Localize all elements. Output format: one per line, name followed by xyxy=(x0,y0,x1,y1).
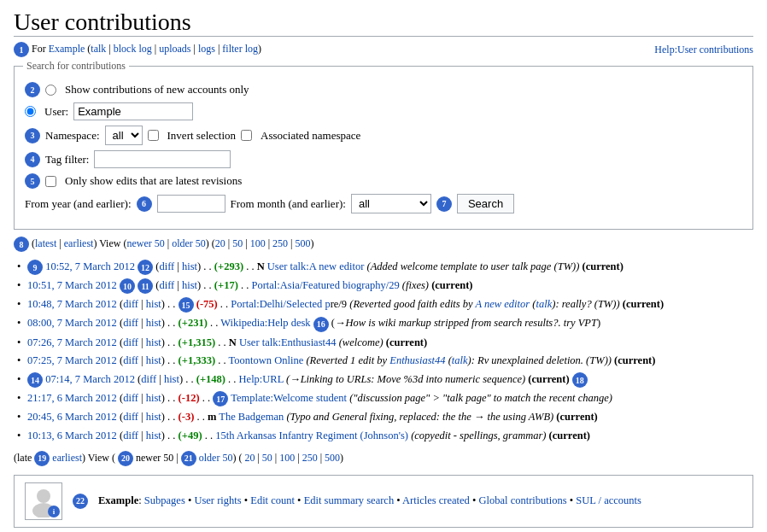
radio-new-accounts[interactable] xyxy=(45,85,56,96)
diff-link[interactable]: diff xyxy=(123,411,138,423)
list-item: 10:13, 6 March 2012 (diff | hist) . . (+… xyxy=(14,428,753,444)
global-contributions-link[interactable]: Global contributions xyxy=(479,494,567,506)
latest-link-top[interactable]: latest xyxy=(35,237,56,249)
article-link[interactable]: Template:Welcome student xyxy=(231,392,347,404)
earliest-link-bottom[interactable]: earliest xyxy=(52,452,82,464)
hist-link[interactable]: hist xyxy=(146,354,161,366)
user-rights-link[interactable]: User rights xyxy=(194,494,241,506)
hist-link[interactable]: hist xyxy=(146,317,161,329)
500-bottom[interactable]: 500 xyxy=(325,452,340,464)
only-latest-checkbox[interactable] xyxy=(45,176,56,187)
contrib-time[interactable]: 10:51, 7 March 2012 xyxy=(27,279,117,291)
article-link[interactable]: Portal:Delhi/Selected p xyxy=(231,298,330,310)
tag-input[interactable] xyxy=(94,150,231,168)
20-top[interactable]: 20 xyxy=(215,237,225,249)
hist-link[interactable]: hist xyxy=(182,260,197,272)
hist-link[interactable]: hist xyxy=(146,336,161,348)
article-link[interactable]: 15th Arkansas Infantry Regiment (Johnson… xyxy=(215,430,408,441)
assoc-checkbox[interactable] xyxy=(241,130,252,141)
articles-created-link[interactable]: Articles created xyxy=(402,494,470,506)
user-avatar: i xyxy=(25,482,62,520)
subpages-link[interactable]: Subpages xyxy=(144,494,185,506)
contrib-time[interactable]: 07:14, 7 March 2012 xyxy=(45,373,135,385)
circle-8: 8 xyxy=(14,237,29,252)
20-bottom[interactable]: 20 xyxy=(244,452,255,464)
new-accounts-label: Show contributions of new accounts only xyxy=(65,83,249,96)
diff-link[interactable]: diff xyxy=(141,373,156,385)
diff-link[interactable]: diff xyxy=(159,279,174,291)
talk-link2[interactable]: talk xyxy=(536,298,552,310)
hist-link[interactable]: hist xyxy=(182,279,197,291)
blocklog-link[interactable]: block log xyxy=(114,43,152,55)
older50-top[interactable]: older 50 xyxy=(172,237,206,249)
diff-link[interactable]: diff xyxy=(123,354,138,366)
diff-link[interactable]: diff xyxy=(123,336,138,348)
sul-accounts-link[interactable]: SUL / accounts xyxy=(576,494,641,506)
uploads-link[interactable]: uploads xyxy=(159,43,190,55)
username-link[interactable]: Example xyxy=(49,43,85,55)
contrib-desc: (→Linking to URLs: Move %3d into numeric… xyxy=(286,373,525,385)
hist-link[interactable]: hist xyxy=(146,430,161,441)
article-link[interactable]: Portal:Asia/Featured biography/29 xyxy=(251,279,399,291)
contrib-time[interactable]: 10:13, 6 March 2012 xyxy=(27,430,117,441)
contrib-time[interactable]: 07:26, 7 March 2012 xyxy=(27,336,117,348)
hist-link[interactable]: hist xyxy=(146,298,161,310)
contrib-time[interactable]: 20:45, 6 March 2012 xyxy=(27,411,117,423)
100-top[interactable]: 100 xyxy=(250,237,266,249)
invert-checkbox[interactable] xyxy=(148,130,159,141)
current-mark: (current) xyxy=(614,354,655,366)
user-label: User: xyxy=(44,105,68,119)
list-item: 9 10:52, 7 March 2012 12 (diff | hist) .… xyxy=(14,259,753,275)
circle-4: 4 xyxy=(25,152,40,167)
earliest-link-top[interactable]: earliest xyxy=(64,237,94,249)
contrib-desc: (welcome) xyxy=(339,336,384,348)
contrib-time[interactable]: 21:17, 6 March 2012 xyxy=(27,392,117,404)
filterlog-link[interactable]: filter log xyxy=(222,43,258,55)
talk-link3[interactable]: talk xyxy=(452,354,468,366)
contrib-time[interactable]: 10:48, 7 March 2012 xyxy=(27,298,117,310)
edit-count-link[interactable]: Edit count xyxy=(250,494,295,506)
namespace-select[interactable]: all xyxy=(105,126,143,145)
logs-link[interactable]: logs xyxy=(198,43,215,55)
month-select[interactable]: all JanuaryFebruaryMarch AprilMayJune Ju… xyxy=(351,194,431,213)
list-item: 08:00, 7 March 2012 (diff | hist) . . (+… xyxy=(14,315,753,331)
diff-value: (+293) xyxy=(214,260,243,272)
article-link[interactable]: User talk:A new editor xyxy=(267,260,365,272)
diff-link[interactable]: diff xyxy=(123,430,138,441)
hist-link[interactable]: hist xyxy=(146,392,161,404)
radio-user[interactable] xyxy=(25,106,36,117)
diff-link[interactable]: diff xyxy=(123,317,138,329)
talk-link[interactable]: talk xyxy=(91,43,106,55)
user-input[interactable] xyxy=(73,102,193,120)
help-link[interactable]: Help:User contributions xyxy=(654,44,753,56)
hist-link[interactable]: hist xyxy=(164,373,179,385)
hist-link[interactable]: hist xyxy=(146,411,161,423)
50-bottom[interactable]: 50 xyxy=(262,452,272,464)
article-link[interactable]: The Badgeman xyxy=(219,411,284,423)
50-top[interactable]: 50 xyxy=(232,237,243,249)
article-link[interactable]: User talk:Enthusiast44 xyxy=(239,336,337,348)
article-link[interactable]: Toontown Online xyxy=(229,354,304,366)
diff-value: (+49) xyxy=(179,430,202,441)
contrib-time[interactable]: 08:00, 7 March 2012 xyxy=(27,317,117,329)
250-top[interactable]: 250 xyxy=(272,237,288,249)
article-link[interactable]: Wikipedia:Help desk xyxy=(220,317,310,329)
editor-link[interactable]: A new editor xyxy=(476,298,530,310)
100-bottom[interactable]: 100 xyxy=(279,452,295,464)
500-top[interactable]: 500 xyxy=(295,237,310,249)
editor-link2[interactable]: Enthusiast44 xyxy=(389,354,445,366)
article-link[interactable]: Help:URL xyxy=(239,373,284,385)
year-input[interactable] xyxy=(157,195,225,213)
diff-link[interactable]: diff xyxy=(123,298,138,310)
diff-link[interactable]: diff xyxy=(123,392,138,404)
newer50-top[interactable]: newer 50 xyxy=(126,237,164,249)
contrib-time[interactable]: 07:25, 7 March 2012 xyxy=(27,354,117,366)
contrib-time[interactable]: 10:52, 7 March 2012 xyxy=(45,260,135,272)
search-button[interactable]: Search xyxy=(457,194,514,213)
diff-link[interactable]: diff xyxy=(159,260,174,272)
new-accounts-row: 2 Show contributions of new accounts onl… xyxy=(25,82,742,97)
edit-summary-link[interactable]: Edit summary search xyxy=(304,494,395,506)
250-bottom[interactable]: 250 xyxy=(302,452,318,464)
older50-bottom[interactable]: older 50 xyxy=(199,452,233,464)
invert-label: Invert selection xyxy=(167,129,237,143)
